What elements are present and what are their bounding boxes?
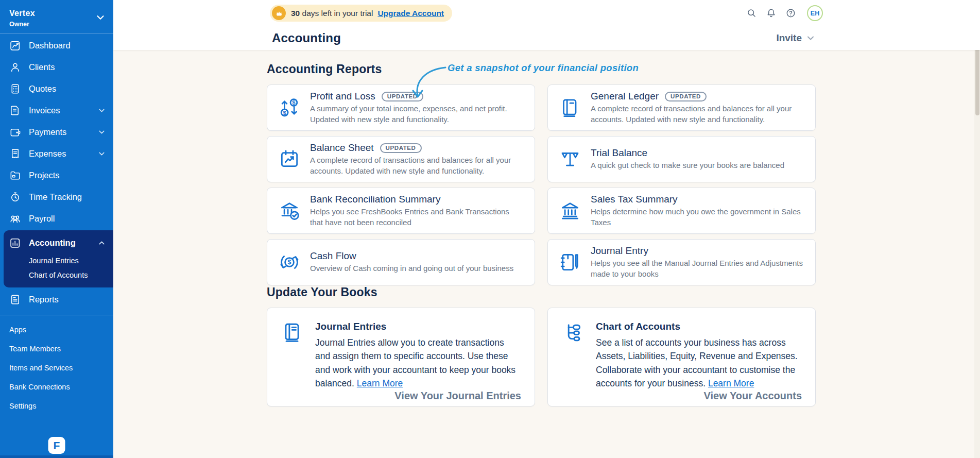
chevron-down-icon: [97, 106, 106, 115]
sidebar-item-label: Payroll: [29, 214, 106, 224]
learn-more-link[interactable]: Learn More: [357, 378, 403, 388]
sidebar-item-settings[interactable]: Settings: [0, 396, 113, 415]
sidebar-item-label: Expenses: [29, 149, 97, 159]
report-card-description: Helps determine how much you owe the gov…: [591, 207, 804, 228]
report-card-title: Journal Entry: [591, 245, 648, 257]
report-card-title-row: Journal Entry: [591, 245, 804, 257]
report-card-title-row: Profit and LossUPDATED: [310, 91, 523, 102]
trial-text-rest: days left in your trial: [300, 9, 373, 18]
report-card-body: Balance SheetUPDATEDA complete record of…: [310, 142, 523, 176]
sidebar-item-invoices[interactable]: Invoices: [0, 99, 113, 121]
sidebar-item-clients[interactable]: Clients: [0, 56, 113, 78]
invite-label: Invite: [776, 32, 802, 44]
sidebar-item-bank-connections[interactable]: Bank Connections: [0, 377, 113, 396]
sidebar-item-projects[interactable]: Projects: [0, 164, 113, 186]
section-title-update-your-books: Update Your Books: [267, 285, 816, 299]
cash-flow-icon: $: [278, 250, 301, 274]
topbar-actions: EH: [746, 0, 823, 26]
book-card-description-text: See a list of accounts your business has…: [596, 337, 798, 388]
search-icon[interactable]: [746, 8, 757, 19]
book-card-description: See a list of accounts your business has…: [596, 336, 802, 390]
sidebar-item-label: Invoices: [29, 106, 97, 115]
sidebar-item-expenses[interactable]: Expenses: [0, 143, 113, 164]
report-card-journal-entry[interactable]: Journal EntryHelps you see all the Manua…: [547, 239, 816, 285]
invite-dropdown[interactable]: Invite: [776, 32, 816, 44]
sidebar-subitem-journal-entries[interactable]: Journal Entries: [4, 253, 113, 268]
book-card-head: Chart of AccountsSee a list of accounts …: [561, 320, 802, 390]
profit-loss-icon: $$: [278, 96, 301, 120]
payments-icon: [9, 126, 21, 138]
report-card-sales-tax-summary[interactable]: Sales Tax SummaryHelps determine how muc…: [547, 188, 816, 234]
bank-reconciliation-icon: [278, 199, 301, 223]
view-your-journal-entries-link[interactable]: View Your Journal Entries: [394, 390, 521, 402]
report-card-balance-sheet[interactable]: Balance SheetUPDATEDA complete record of…: [267, 136, 535, 182]
freshbooks-logo[interactable]: F: [48, 437, 65, 454]
time-tracking-icon: [9, 191, 21, 203]
book-card-description-text: Journal Entries allow you to create tran…: [315, 337, 515, 388]
expenses-icon: [9, 148, 21, 160]
sidebar-active-group: AccountingJournal EntriesChart of Accoun…: [4, 230, 113, 287]
business-switcher[interactable]: Vertex Owner: [0, 0, 113, 33]
sidebar-divider: [0, 315, 113, 315]
sidebar-item-accounting[interactable]: Accounting: [4, 232, 113, 253]
report-card-description: A quick gut check to make sure your book…: [591, 160, 784, 171]
report-card-general-ledger[interactable]: General LedgerUPDATEDA complete record o…: [547, 84, 816, 131]
chevron-down-icon: [95, 12, 106, 23]
report-card-cash-flow[interactable]: $Cash FlowOverview of Cash coming in and…: [267, 239, 535, 285]
sidebar-item-payments[interactable]: Payments: [0, 121, 113, 143]
sidebar-item-dashboard[interactable]: Dashboard: [0, 35, 113, 56]
report-card-trial-balance[interactable]: Trial BalanceA quick gut check to make s…: [547, 136, 816, 182]
view-your-accounts-link[interactable]: View Your Accounts: [704, 390, 802, 402]
book-card-title: Journal Entries: [315, 321, 521, 332]
payroll-icon: [9, 213, 21, 225]
book-card-chart-of-accounts[interactable]: Chart of AccountsSee a list of accounts …: [547, 308, 816, 406]
report-card-bank-reconciliation-summary[interactable]: Bank Reconciliation SummaryHelps you see…: [267, 188, 535, 234]
svg-text:$: $: [288, 259, 291, 266]
sidebar-item-label: Time Tracking: [29, 192, 106, 202]
report-card-description: Helps you see FreshBooks Entries and Ban…: [310, 207, 523, 228]
app-root: Vertex Owner DashboardClientsQuotesInvoi…: [0, 0, 980, 458]
svg-text:$: $: [283, 110, 286, 116]
sidebar-secondary-nav: AppsTeam MembersItems and ServicesBank C…: [0, 320, 113, 415]
report-card-description: Helps you see all the Manual Journal Ent…: [591, 258, 804, 279]
learn-more-link[interactable]: Learn More: [708, 378, 754, 388]
upgrade-account-link[interactable]: Upgrade Account: [377, 9, 444, 18]
business-info: Vertex Owner: [9, 9, 35, 28]
chevron-up-icon: [97, 239, 106, 247]
journal-entry-icon: [558, 250, 582, 274]
trial-countdown-text: 30 days left in your trial: [291, 9, 373, 18]
sidebar-item-quotes[interactable]: Quotes: [0, 78, 113, 99]
sidebar-item-apps[interactable]: Apps: [0, 320, 113, 339]
bell-icon[interactable]: [766, 8, 777, 19]
report-card-profit-and-loss[interactable]: $$Profit and LossUPDATEDA summary of you…: [267, 84, 535, 131]
business-name: Vertex: [9, 9, 35, 18]
book-card-journal-entries[interactable]: Journal EntriesJournal Entries allow you…: [267, 308, 535, 406]
clients-icon: [9, 61, 21, 73]
topbar: 30 days left in your trial Upgrade Accou…: [113, 0, 980, 26]
report-card-title: Cash Flow: [310, 250, 356, 262]
sidebar-item-team-members[interactable]: Team Members: [0, 339, 113, 358]
sidebar-item-items-and-services[interactable]: Items and Services: [0, 358, 113, 377]
sidebar-item-reports[interactable]: Reports: [0, 289, 113, 310]
report-card-title-row: Bank Reconciliation Summary: [310, 194, 523, 205]
accounting-icon: [9, 237, 21, 249]
scrollbar[interactable]: [974, 26, 980, 458]
crown-icon: [272, 6, 286, 20]
trial-days: 30: [291, 9, 300, 18]
sidebar-item-payroll[interactable]: Payroll: [0, 208, 113, 229]
avatar[interactable]: EH: [807, 5, 823, 21]
sidebar-item-label: Payments: [29, 127, 97, 137]
report-card-body: Trial BalanceA quick gut check to make s…: [591, 147, 784, 171]
sidebar-item-label: Quotes: [29, 84, 106, 94]
help-icon[interactable]: [785, 8, 796, 19]
chevron-down-icon: [97, 149, 106, 158]
main-area: 30 days left in your trial Upgrade Accou…: [113, 0, 980, 458]
invoices-icon: [9, 105, 21, 116]
report-card-title-row: Trial Balance: [591, 147, 784, 159]
sidebar-item-time-tracking[interactable]: Time Tracking: [0, 186, 113, 208]
trial-balance-icon: [558, 147, 582, 171]
sidebar-subitem-chart-of-accounts[interactable]: Chart of Accounts: [4, 268, 113, 282]
page-header: Accounting Invite: [113, 26, 980, 50]
report-card-description: A complete record of transactions and ba…: [310, 155, 523, 176]
report-card-body: Sales Tax SummaryHelps determine how muc…: [591, 194, 804, 228]
